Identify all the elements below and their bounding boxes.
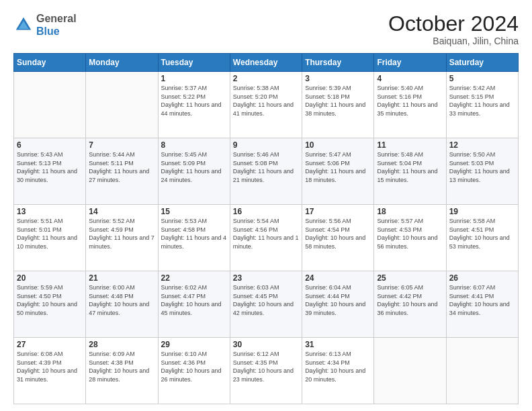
day-number: 12 [449,140,515,150]
week-row-5: 27Sunrise: 6:08 AM Sunset: 4:39 PM Dayli… [14,338,519,404]
logo-icon [13,15,34,35]
day-info: Sunrise: 5:54 AM Sunset: 4:56 PM Dayligh… [233,217,299,250]
day-number: 19 [449,207,515,216]
day-cell: 10Sunrise: 5:47 AM Sunset: 5:06 PM Dayli… [302,138,374,205]
day-info: Sunrise: 6:02 AM Sunset: 4:47 PM Dayligh… [161,283,227,317]
day-number: 26 [449,273,515,283]
day-info: Sunrise: 5:46 AM Sunset: 5:08 PM Dayligh… [233,150,299,184]
day-number: 13 [17,207,83,216]
day-number: 10 [305,140,371,150]
day-number: 15 [161,207,227,216]
calendar-table: SundayMondayTuesdayWednesdayThursdayFrid… [13,53,519,404]
day-cell: 23Sunrise: 6:03 AM Sunset: 4:45 PM Dayli… [230,271,302,338]
day-number: 14 [89,207,154,216]
header: General Blue October 2024 Baiquan, Jilin… [13,12,519,46]
week-row-2: 6Sunrise: 5:43 AM Sunset: 5:13 PM Daylig… [14,138,519,205]
day-cell: 28Sunrise: 6:09 AM Sunset: 4:38 PM Dayli… [86,338,158,404]
week-row-4: 20Sunrise: 5:59 AM Sunset: 4:50 PM Dayli… [14,271,519,338]
day-cell [374,338,446,404]
day-cell: 5Sunrise: 5:42 AM Sunset: 5:15 PM Daylig… [446,72,518,138]
day-number: 7 [89,140,154,150]
logo-text: General Blue [36,12,77,38]
day-cell: 17Sunrise: 5:56 AM Sunset: 4:54 PM Dayli… [302,205,374,271]
day-number: 18 [377,207,443,216]
day-info: Sunrise: 6:13 AM Sunset: 4:34 PM Dayligh… [305,350,371,383]
day-info: Sunrise: 5:56 AM Sunset: 4:54 PM Dayligh… [305,217,371,250]
day-info: Sunrise: 6:04 AM Sunset: 4:44 PM Dayligh… [305,283,371,317]
day-cell: 6Sunrise: 5:43 AM Sunset: 5:13 PM Daylig… [14,138,86,205]
day-cell: 4Sunrise: 5:40 AM Sunset: 5:16 PM Daylig… [374,72,446,138]
day-info: Sunrise: 5:50 AM Sunset: 5:03 PM Dayligh… [449,150,515,184]
day-info: Sunrise: 5:44 AM Sunset: 5:11 PM Dayligh… [89,150,154,184]
day-info: Sunrise: 5:39 AM Sunset: 5:18 PM Dayligh… [305,84,371,118]
title-area: October 2024 Baiquan, Jilin, China [388,12,519,46]
page: General Blue October 2024 Baiquan, Jilin… [0,0,532,411]
day-cell: 29Sunrise: 6:10 AM Sunset: 4:36 PM Dayli… [158,338,230,404]
day-number: 17 [305,207,371,216]
day-cell: 9Sunrise: 5:46 AM Sunset: 5:08 PM Daylig… [230,138,302,205]
day-info: Sunrise: 6:09 AM Sunset: 4:38 PM Dayligh… [89,350,154,383]
day-number: 9 [233,140,299,150]
day-number: 1 [161,74,227,83]
day-header-thursday: Thursday [302,54,374,72]
day-info: Sunrise: 5:47 AM Sunset: 5:06 PM Dayligh… [305,150,371,184]
day-info: Sunrise: 5:40 AM Sunset: 5:16 PM Dayligh… [377,84,443,118]
day-header-tuesday: Tuesday [158,54,230,72]
day-number: 30 [233,340,299,349]
day-cell: 18Sunrise: 5:57 AM Sunset: 4:53 PM Dayli… [374,205,446,271]
day-header-wednesday: Wednesday [230,54,302,72]
day-cell: 24Sunrise: 6:04 AM Sunset: 4:44 PM Dayli… [302,271,374,338]
day-number: 16 [233,207,299,216]
day-info: Sunrise: 6:12 AM Sunset: 4:35 PM Dayligh… [233,350,299,383]
day-cell: 21Sunrise: 6:00 AM Sunset: 4:48 PM Dayli… [86,271,158,338]
day-cell: 1Sunrise: 5:37 AM Sunset: 5:22 PM Daylig… [158,72,230,138]
day-cell: 15Sunrise: 5:53 AM Sunset: 4:58 PM Dayli… [158,205,230,271]
day-cell: 7Sunrise: 5:44 AM Sunset: 5:11 PM Daylig… [86,138,158,205]
day-cell: 13Sunrise: 5:51 AM Sunset: 5:01 PM Dayli… [14,205,86,271]
day-cell: 26Sunrise: 6:07 AM Sunset: 4:41 PM Dayli… [446,271,518,338]
day-info: Sunrise: 6:07 AM Sunset: 4:41 PM Dayligh… [449,283,515,317]
day-info: Sunrise: 6:05 AM Sunset: 4:42 PM Dayligh… [377,283,443,317]
day-info: Sunrise: 5:43 AM Sunset: 5:13 PM Dayligh… [17,150,83,184]
day-cell: 8Sunrise: 5:45 AM Sunset: 5:09 PM Daylig… [158,138,230,205]
day-info: Sunrise: 5:51 AM Sunset: 5:01 PM Dayligh… [17,217,83,250]
day-info: Sunrise: 5:53 AM Sunset: 4:58 PM Dayligh… [161,217,227,250]
day-number: 2 [233,74,299,83]
day-number: 4 [377,74,443,83]
day-header-saturday: Saturday [446,54,518,72]
day-info: Sunrise: 5:37 AM Sunset: 5:22 PM Dayligh… [161,84,227,118]
day-number: 21 [89,273,154,283]
day-cell: 25Sunrise: 6:05 AM Sunset: 4:42 PM Dayli… [374,271,446,338]
day-info: Sunrise: 6:00 AM Sunset: 4:48 PM Dayligh… [89,283,154,317]
day-header-monday: Monday [86,54,158,72]
day-cell [86,72,158,138]
day-info: Sunrise: 6:08 AM Sunset: 4:39 PM Dayligh… [17,350,83,383]
day-cell: 19Sunrise: 5:58 AM Sunset: 4:51 PM Dayli… [446,205,518,271]
day-cell: 3Sunrise: 5:39 AM Sunset: 5:18 PM Daylig… [302,72,374,138]
week-row-3: 13Sunrise: 5:51 AM Sunset: 5:01 PM Dayli… [14,205,519,271]
day-number: 8 [161,140,227,150]
logo: General Blue [13,12,77,38]
day-number: 22 [161,273,227,283]
day-info: Sunrise: 5:38 AM Sunset: 5:20 PM Dayligh… [233,84,299,118]
day-cell: 31Sunrise: 6:13 AM Sunset: 4:34 PM Dayli… [302,338,374,404]
day-number: 24 [305,273,371,283]
day-number: 27 [17,340,83,349]
day-cell: 14Sunrise: 5:52 AM Sunset: 4:59 PM Dayli… [86,205,158,271]
day-number: 23 [233,273,299,283]
day-header-friday: Friday [374,54,446,72]
day-info: Sunrise: 6:03 AM Sunset: 4:45 PM Dayligh… [233,283,299,317]
day-cell: 11Sunrise: 5:48 AM Sunset: 5:04 PM Dayli… [374,138,446,205]
day-info: Sunrise: 5:52 AM Sunset: 4:59 PM Dayligh… [89,217,154,250]
day-info: Sunrise: 6:10 AM Sunset: 4:36 PM Dayligh… [161,350,227,383]
day-cell: 2Sunrise: 5:38 AM Sunset: 5:20 PM Daylig… [230,72,302,138]
day-info: Sunrise: 5:58 AM Sunset: 4:51 PM Dayligh… [449,217,515,250]
location: Baiquan, Jilin, China [388,36,519,46]
day-cell: 16Sunrise: 5:54 AM Sunset: 4:56 PM Dayli… [230,205,302,271]
day-cell: 12Sunrise: 5:50 AM Sunset: 5:03 PM Dayli… [446,138,518,205]
day-info: Sunrise: 5:42 AM Sunset: 5:15 PM Dayligh… [449,84,515,118]
day-cell [446,338,518,404]
day-cell [14,72,86,138]
day-cell: 30Sunrise: 6:12 AM Sunset: 4:35 PM Dayli… [230,338,302,404]
day-info: Sunrise: 5:45 AM Sunset: 5:09 PM Dayligh… [161,150,227,184]
